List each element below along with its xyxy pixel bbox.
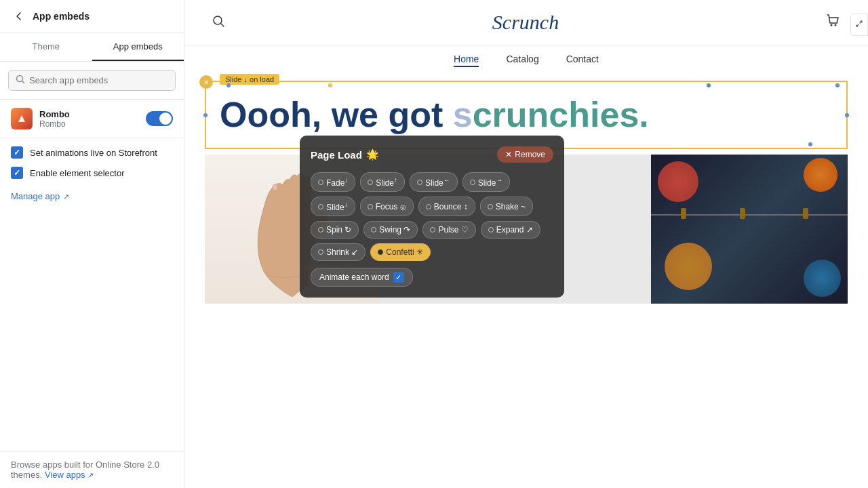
tab-theme[interactable]: Theme xyxy=(0,33,92,61)
hero-text-dark: Oooh, we got xyxy=(220,95,453,134)
hero-text-light: s xyxy=(453,95,473,134)
remove-x-icon: ✕ xyxy=(505,150,512,159)
anim-pulse[interactable]: Pulse ♡ xyxy=(422,221,475,239)
animate-word-checkmark: ✓ xyxy=(393,272,404,283)
back-button[interactable] xyxy=(11,8,27,24)
radio-swing xyxy=(371,227,376,232)
anim-focus[interactable]: Focus ◎ xyxy=(360,197,414,216)
anim-bounce[interactable]: Bounce ↕ xyxy=(418,197,475,216)
hero-text-teal: crunchies. xyxy=(473,95,649,134)
radio-shake xyxy=(488,204,493,209)
nav-link-catalog[interactable]: Catalog xyxy=(506,54,538,67)
app-item-rombo: Rombo Rombo xyxy=(0,100,184,138)
radio-pulse xyxy=(430,227,435,232)
sidebar-header: App embeds xyxy=(0,0,184,33)
animation-panel: Page Load 🌟 ✕ Remove Fade↓ Slide↑ xyxy=(300,136,564,298)
app-name-rombo: Rombo xyxy=(39,109,139,119)
panel-title: Page Load 🌟 xyxy=(311,148,379,161)
svg-point-3 xyxy=(835,24,837,26)
radio-slide-right xyxy=(470,180,475,185)
dot-4 xyxy=(835,83,840,87)
dot-3 xyxy=(707,83,711,87)
main-content: Scrunch Home Catalog Contact ✕ xyxy=(184,0,868,488)
tab-app-embeds[interactable]: App embeds xyxy=(92,33,184,61)
svg-point-4 xyxy=(273,184,277,190)
radio-expand xyxy=(488,227,494,232)
checkbox-item-animations: Set animations live on Storefront xyxy=(11,146,173,159)
dot-5 xyxy=(808,142,812,146)
tab-bar: Theme App embeds xyxy=(0,33,184,62)
browse-text: Browse apps built for Online Store 2.0 t… xyxy=(11,460,173,480)
animate-each-word-button[interactable]: Animate each word ✓ xyxy=(311,268,413,287)
nav-link-home[interactable]: Home xyxy=(454,54,479,67)
anim-fade-down[interactable]: Fade↓ xyxy=(311,172,355,192)
checkbox-label-animations: Set animations live on Storefront xyxy=(30,148,157,158)
checkbox-label-selector: Enable element selector xyxy=(30,168,124,178)
radio-slide-down xyxy=(318,204,323,209)
search-section xyxy=(0,62,184,100)
search-wrapper xyxy=(8,70,176,91)
anim-swing[interactable]: Swing ↷ xyxy=(363,221,418,239)
app-info-rombo: Rombo Rombo xyxy=(39,109,139,129)
panel-header: Page Load 🌟 ✕ Remove xyxy=(311,146,553,163)
app-icon-rombo xyxy=(11,108,33,129)
store-nav: Home Catalog Contact xyxy=(184,45,868,75)
search-icon xyxy=(16,75,25,86)
anim-confetti[interactable]: Confetti ✳ xyxy=(370,243,431,261)
back-icon xyxy=(14,11,24,22)
animation-options: Fade↓ Slide↑ Slide← Slide→ Slide↓ xyxy=(311,172,553,261)
storefront-preview: Scrunch Home Catalog Contact ✕ xyxy=(184,0,868,488)
anim-slide-right[interactable]: Slide→ xyxy=(462,172,511,192)
checkbox-animations[interactable] xyxy=(11,146,23,159)
svg-point-1 xyxy=(214,16,222,24)
anim-spin[interactable]: Spin ↻ xyxy=(311,221,359,239)
sidebar: App embeds Theme App embeds Rombo Rombo xyxy=(0,0,184,488)
store-search-icon[interactable] xyxy=(212,14,225,31)
dot-2 xyxy=(328,83,332,87)
settings-section: Set animations live on Storefront Enable… xyxy=(0,138,184,187)
toggle-rombo[interactable] xyxy=(146,111,173,126)
sidebar-title: App embeds xyxy=(33,11,90,22)
scrunchie-image xyxy=(651,155,848,304)
nav-link-contact[interactable]: Contact xyxy=(566,54,599,67)
browse-section: Browse apps built for Online Store 2.0 t… xyxy=(0,451,184,488)
cart-icon[interactable] xyxy=(826,14,841,32)
manage-link-section: Manage app ↗ xyxy=(0,187,184,210)
radio-focus xyxy=(368,204,373,209)
radio-confetti xyxy=(378,249,383,255)
remove-button[interactable]: ✕ Remove xyxy=(497,146,553,163)
radio-bounce xyxy=(426,204,431,209)
anim-shrink[interactable]: Shrink ↙ xyxy=(311,243,366,261)
expand-button[interactable] xyxy=(850,14,868,36)
anim-expand[interactable]: Expand ↗ xyxy=(481,221,540,239)
hero-text: Oooh, we got scrunchies. xyxy=(220,96,833,134)
anim-slide-left[interactable]: Slide← xyxy=(410,172,458,192)
view-apps-link[interactable]: View apps xyxy=(45,470,85,480)
dot-left xyxy=(203,113,208,117)
svg-point-2 xyxy=(831,24,833,26)
dot-1 xyxy=(226,83,231,87)
animate-word-row: Animate each word ✓ xyxy=(311,268,553,287)
close-selection-button[interactable]: ✕ xyxy=(199,75,213,89)
dot-right xyxy=(845,113,849,117)
view-apps-icon: ↗ xyxy=(87,471,94,479)
checkbox-selector[interactable] xyxy=(11,167,23,179)
store-logo: Scrunch xyxy=(492,11,559,34)
radio-spin xyxy=(318,227,323,232)
anim-slide-down[interactable]: Slide↓ xyxy=(311,197,355,216)
search-input[interactable] xyxy=(29,75,168,85)
radio-fade-down xyxy=(318,180,323,185)
manage-link-icon: ↗ xyxy=(63,192,69,201)
anim-slide-up[interactable]: Slide↑ xyxy=(360,172,405,192)
checkbox-item-selector: Enable element selector xyxy=(11,167,173,179)
manage-app-link[interactable]: Manage app xyxy=(11,191,60,201)
radio-slide-left xyxy=(417,180,422,185)
radio-slide-up xyxy=(368,180,373,185)
store-header: Scrunch xyxy=(184,0,868,45)
app-sub-rombo: Rombo xyxy=(39,119,139,129)
radio-shrink xyxy=(318,249,323,255)
anim-shake[interactable]: Shake ~ xyxy=(480,197,533,216)
